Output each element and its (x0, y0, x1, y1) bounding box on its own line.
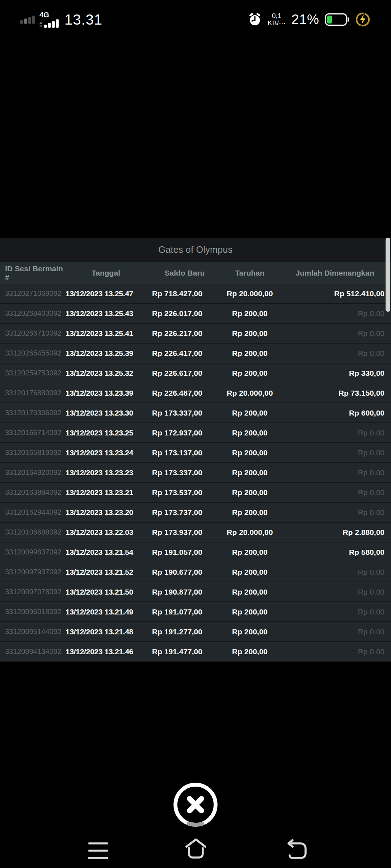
cell-date: 13/12/2023 13.21.46 (63, 647, 148, 656)
table-row: 33120164920092 13/12/2023 13.23.23 Rp 17… (0, 463, 391, 483)
cell-session-id: 33120271069092 (0, 289, 63, 298)
cell-amount-won: Rp 0,00 (279, 608, 391, 616)
game-title: Gates of Olympus (0, 238, 391, 262)
cell-amount-won: Rp 512.410,00 (279, 289, 391, 298)
data-rate-unit: KB/··· (268, 20, 286, 27)
table-row: 33120265455092 13/12/2023 13.25.39 Rp 22… (0, 344, 391, 363)
battery-percent-label: 21% (291, 12, 319, 27)
table-row: 33120099837092 13/12/2023 13.21.54 Rp 19… (0, 542, 391, 562)
cell-date: 13/12/2023 13.23.30 (63, 409, 148, 417)
status-bar-left: 4G 13.31 (20, 11, 102, 28)
cell-session-id: 33120166714092 (0, 429, 63, 437)
cell-session-id: 33120268403092 (0, 309, 63, 318)
table-row: 33120268403092 13/12/2023 13.25.43 Rp 22… (0, 304, 391, 324)
table-row: 33120094134092 13/12/2023 13.21.46 Rp 19… (0, 642, 391, 662)
cell-bet: Rp 200,00 (221, 429, 279, 437)
column-header-session-id: ID Sesi Bermain # (0, 264, 63, 282)
cell-session-id: 33120096018092 (0, 608, 63, 616)
cell-session-id: 33120095144092 (0, 627, 63, 636)
cell-amount-won: Rp 0,00 (279, 329, 391, 338)
cell-new-balance: Rp 226.417,00 (148, 349, 221, 358)
table-row: 33120106688092 13/12/2023 13.22.03 Rp 17… (0, 523, 391, 542)
cell-date: 13/12/2023 13.25.32 (63, 369, 148, 378)
cell-bet: Rp 200,00 (221, 369, 279, 378)
cell-date: 13/12/2023 13.23.24 (63, 448, 148, 457)
table-scrollbar[interactable] (386, 238, 390, 312)
cell-date: 13/12/2023 13.21.50 (63, 588, 148, 596)
cell-amount-won: Rp 0,00 (279, 627, 391, 636)
cell-bet: Rp 200,00 (221, 588, 279, 596)
table-body: 33120271069092 13/12/2023 13.25.47 Rp 71… (0, 284, 391, 662)
column-header-new-balance: Saldo Baru (148, 269, 221, 277)
cell-new-balance: Rp 226.017,00 (148, 309, 221, 318)
cell-session-id: 33120106688092 (0, 528, 63, 536)
table-row: 33120162944092 13/12/2023 13.23.20 Rp 17… (0, 503, 391, 523)
cell-bet: Rp 20.000,00 (221, 528, 279, 537)
table-row: 33120097937092 13/12/2023 13.21.52 Rp 19… (0, 562, 391, 582)
cell-session-id: 33120170306092 (0, 409, 63, 417)
cell-session-id: 33120265455092 (0, 349, 63, 357)
cell-session-id: 33120266710092 (0, 329, 63, 337)
cell-new-balance: Rp 190.677,00 (148, 568, 221, 576)
cell-new-balance: Rp 173.337,00 (148, 409, 221, 417)
alarm-icon (248, 13, 262, 26)
cell-amount-won: Rp 330,00 (279, 369, 391, 378)
charging-bolt-icon (355, 12, 371, 27)
cell-bet: Rp 200,00 (221, 508, 279, 517)
data-arrows-icon (39, 22, 43, 27)
column-header-amount-won: Jumlah Dimenangkan (279, 269, 391, 277)
table-row: 33120271069092 13/12/2023 13.25.47 Rp 71… (0, 284, 391, 304)
cell-amount-won: Rp 600,00 (279, 409, 391, 417)
cell-bet: Rp 200,00 (221, 647, 279, 656)
table-row: 33120166714092 13/12/2023 13.23.25 Rp 17… (0, 423, 391, 443)
cell-session-id: 33120163884092 (0, 488, 63, 497)
table-row: 33120096018092 13/12/2023 13.21.49 Rp 19… (0, 602, 391, 622)
nav-home-button[interactable] (184, 837, 208, 861)
column-header-date: Tanggal (63, 269, 148, 277)
cell-amount-won: Rp 0,00 (279, 508, 391, 517)
menu-icon (88, 842, 108, 860)
cell-new-balance: Rp 173.337,00 (148, 468, 221, 477)
cell-bet: Rp 200,00 (221, 349, 279, 358)
cell-new-balance: Rp 190.877,00 (148, 588, 221, 596)
cell-amount-won: Rp 0,00 (279, 568, 391, 576)
cell-new-balance: Rp 173.937,00 (148, 528, 221, 537)
table-header-row: ID Sesi Bermain # Tanggal Saldo Baru Tar… (0, 262, 391, 284)
cell-session-id: 33120165819092 (0, 448, 63, 457)
cell-new-balance: Rp 226.487,00 (148, 389, 221, 397)
cell-bet: Rp 200,00 (221, 468, 279, 477)
cell-bet: Rp 200,00 (221, 329, 279, 338)
cell-bet: Rp 200,00 (221, 608, 279, 616)
cell-amount-won: Rp 2.880,00 (279, 528, 391, 537)
cell-amount-won: Rp 0,00 (279, 468, 391, 477)
table-row: 33120259753092 13/12/2023 13.25.32 Rp 22… (0, 363, 391, 383)
clock-time: 13.31 (64, 12, 102, 28)
signal-bars-icon (44, 19, 59, 28)
cell-new-balance: Rp 191.277,00 (148, 627, 221, 636)
table-row: 33120097078092 13/12/2023 13.21.50 Rp 19… (0, 582, 391, 602)
nav-back-button[interactable] (286, 839, 308, 861)
table-row: 33120176880092 13/12/2023 13.23.39 Rp 22… (0, 383, 391, 403)
cell-amount-won: Rp 0,00 (279, 588, 391, 596)
cell-bet: Rp 200,00 (221, 627, 279, 636)
status-bar-right: 0,1 KB/··· 21% (248, 12, 371, 27)
battery-icon (325, 13, 349, 26)
cell-session-id: 33120097078092 (0, 588, 63, 596)
nav-menu-button[interactable] (88, 842, 108, 861)
cell-bet: Rp 200,00 (221, 568, 279, 576)
cell-date: 13/12/2023 13.23.25 (63, 429, 148, 437)
cell-bet: Rp 20.000,00 (221, 289, 279, 298)
sim2-signal-4g-icon: 4G (39, 11, 59, 28)
data-rate-value: 0,1 (272, 12, 281, 20)
cell-new-balance: Rp 173.137,00 (148, 448, 221, 457)
cell-bet: Rp 200,00 (221, 448, 279, 457)
cell-date: 13/12/2023 13.25.43 (63, 309, 148, 318)
cell-date: 13/12/2023 13.21.54 (63, 548, 148, 557)
cell-bet: Rp 200,00 (221, 548, 279, 557)
close-button[interactable] (171, 780, 220, 829)
close-x-icon (171, 780, 220, 829)
cell-date: 13/12/2023 13.25.39 (63, 349, 148, 358)
cell-amount-won: Rp 0,00 (279, 488, 391, 497)
cell-date: 13/12/2023 13.23.20 (63, 508, 148, 517)
table-row: 33120163884092 13/12/2023 13.23.21 Rp 17… (0, 483, 391, 503)
